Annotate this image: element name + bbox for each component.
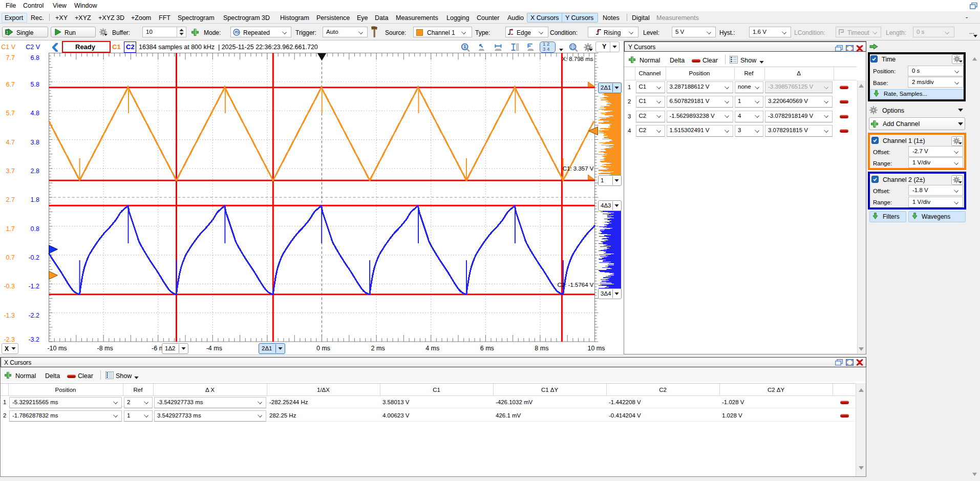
svg-text:1: 1 [463, 44, 466, 49]
